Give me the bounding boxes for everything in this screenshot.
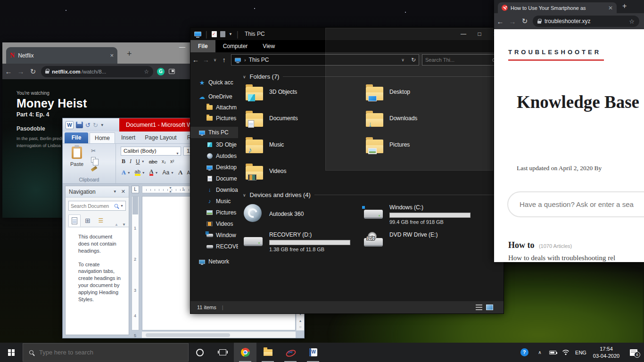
new-folder-icon[interactable]	[220, 31, 225, 37]
sidebar-item-documents[interactable]: Docume	[190, 173, 238, 184]
sidebar-item-this-pc[interactable]: This PC	[190, 127, 238, 138]
sidebar-item-music[interactable]: ♪Music	[190, 196, 238, 207]
help-tray-button[interactable]: ?	[515, 343, 534, 362]
sidebar-item-quick-access[interactable]: ★Quick acc	[190, 77, 238, 88]
drive-item-recovery[interactable]: RECOVERY (D:) 1.38 GB free of 11.8 GB	[243, 230, 360, 254]
tab-close-icon[interactable]: ✕	[608, 5, 613, 11]
sidebar-item-videos[interactable]: Videos	[190, 218, 238, 230]
back-icon[interactable]: ←	[494, 17, 506, 25]
search-dropdown-icon[interactable]: ▼	[120, 204, 124, 207]
cut-icon[interactable]: ✂	[91, 148, 96, 154]
cortana-button[interactable]	[189, 343, 211, 362]
navigation-close-icon[interactable]: ✕	[121, 189, 125, 195]
recent-locations-icon[interactable]: ∨	[211, 58, 219, 62]
folder-item-desktop[interactable]: Desktop	[363, 85, 480, 109]
drives-section-header[interactable]: ∨ Devices and drives (4)	[243, 191, 498, 198]
text-effects-button[interactable]: A	[122, 169, 126, 176]
italic-button[interactable]: I	[130, 158, 132, 165]
sidebar-item-autodesk[interactable]: Autodes	[190, 150, 238, 162]
tab-insert[interactable]: Insert	[116, 132, 140, 143]
tab-file[interactable]: File	[65, 132, 88, 143]
font-color-dropdown-icon[interactable]: ▼	[155, 171, 158, 174]
drive-item-windows-c[interactable]: Windows (C:) 99.4 GB free of 918 GB	[363, 203, 480, 227]
grow-font-button[interactable]: A	[178, 169, 182, 176]
chrome-address-bar[interactable]: troubleshooter.xyz ☆	[533, 16, 639, 27]
new-tab-icon[interactable]: +	[127, 49, 132, 59]
minimize-icon[interactable]: —	[179, 43, 185, 50]
tab-close-icon[interactable]: ×	[110, 52, 114, 59]
document-search-box[interactable]: ▼	[68, 201, 126, 211]
sidebar-item-windows-drive[interactable]: Window	[190, 230, 238, 241]
underline-dropdown-icon[interactable]: ▼	[141, 160, 145, 163]
highlight-dropdown-icon[interactable]: ▼	[142, 171, 145, 174]
minimize-button[interactable]: —	[455, 28, 471, 40]
forward-icon[interactable]: →	[201, 56, 211, 64]
tab-page-layout[interactable]: Page Layout	[141, 132, 180, 143]
folder-item-videos[interactable]: Videos	[243, 165, 360, 188]
redo-icon[interactable]: ↻	[93, 122, 98, 129]
browse-headings-tab[interactable]	[68, 214, 81, 227]
tab-home[interactable]: Home	[90, 132, 115, 143]
chrome-tabstrip[interactable]: How to Use Your Smartphone as ✕ +	[494, 0, 644, 13]
folder-item-music[interactable]: ♪ Music	[243, 138, 360, 162]
taskbar-word-button[interactable]	[302, 343, 324, 362]
menu-file[interactable]: File	[190, 40, 215, 52]
back-icon[interactable]: ←	[2, 67, 15, 75]
quick-access-toolbar-dropdown-icon[interactable]: ▼	[229, 32, 232, 36]
vertical-ruler[interactable]: 1 2 3 4 5	[132, 196, 139, 330]
forward-icon[interactable]: →	[15, 67, 27, 75]
save-icon[interactable]	[76, 122, 83, 128]
folder-item-3d-objects[interactable]: 3D Objects	[243, 85, 360, 109]
sidebar-item-onedrive[interactable]: ☁OneDrive	[190, 91, 238, 102]
taskbar-snipping-button[interactable]	[279, 343, 302, 362]
taskbar-explorer-button[interactable]	[256, 343, 279, 362]
grammarly-extension-icon[interactable]: G	[157, 68, 165, 75]
previous-page-icon[interactable]: ▴	[297, 319, 304, 323]
next-result-icon[interactable]: ▼	[122, 222, 126, 227]
kb-search-input[interactable]	[520, 200, 644, 208]
previous-result-icon[interactable]: ▲	[115, 222, 118, 227]
sidebar-item-recovery-drive[interactable]: RECOVE	[190, 241, 238, 252]
refresh-icon[interactable]: ↻	[411, 57, 416, 63]
tray-overflow-button[interactable]: ∧	[534, 343, 546, 362]
sidebar-item-desktop[interactable]: Desktop	[190, 162, 238, 173]
bookmark-star-icon[interactable]: ☆	[144, 68, 149, 75]
horizontal-scroll-thumb[interactable]	[146, 333, 230, 337]
site-logo-text[interactable]: TROUBLESHOOTER	[508, 49, 601, 56]
folder-item-documents[interactable]: Documents	[243, 112, 360, 135]
reload-icon[interactable]: ↻	[519, 17, 531, 25]
browse-results-tab[interactable]: ☰	[95, 214, 107, 227]
bookmark-star-icon[interactable]: ☆	[629, 18, 635, 25]
language-indicator[interactable]: ENG	[572, 343, 589, 362]
forward-icon[interactable]: →	[506, 17, 519, 25]
folder-item-downloads[interactable]: ↓ Downloads	[363, 112, 480, 135]
text-effects-dropdown-icon[interactable]: ▼	[127, 171, 131, 174]
address-bar[interactable]: › This PC ∨ ↻	[231, 54, 419, 66]
tab-stop-selector[interactable]: L	[132, 186, 139, 193]
sidebar-item-pictures-onedrive[interactable]: Pictures	[190, 113, 238, 124]
sidebar-item-downloads[interactable]: ↓Downloa	[190, 184, 238, 196]
netflix-tabstrip[interactable]: N Netflix × + —	[2, 42, 190, 64]
bold-button[interactable]: B	[122, 158, 125, 165]
clock[interactable]: 17:5403-04-2020	[589, 343, 623, 362]
indent-marker[interactable]: ▼▲	[169, 186, 172, 193]
battery-tray-button[interactable]	[546, 343, 559, 362]
document-search-input[interactable]	[71, 203, 114, 209]
start-button[interactable]	[0, 343, 23, 362]
format-painter-icon[interactable]	[91, 166, 97, 172]
maximize-button[interactable]: □	[471, 28, 487, 40]
folder-item-pictures[interactable]: Pictures	[363, 138, 480, 162]
back-icon[interactable]: ←	[190, 56, 201, 64]
subscript-button[interactable]: x₂	[162, 159, 166, 164]
collapse-icon[interactable]: ∨	[243, 193, 246, 197]
category-title-link[interactable]: How to	[508, 240, 535, 250]
action-center-button[interactable]: 6	[623, 343, 644, 362]
folders-section-header[interactable]: ∨ Folders (7)	[243, 73, 498, 80]
highlight-button[interactable]: ab	[135, 169, 140, 176]
select-browse-object-icon[interactable]: ○	[297, 325, 304, 329]
address-crumb[interactable]: This PC	[249, 57, 269, 63]
menu-computer[interactable]: Computer	[215, 40, 256, 52]
browse-pages-tab[interactable]: ⊞	[82, 214, 94, 227]
search-icon[interactable]	[115, 204, 118, 208]
taskbar-search-box[interactable]	[23, 343, 189, 362]
